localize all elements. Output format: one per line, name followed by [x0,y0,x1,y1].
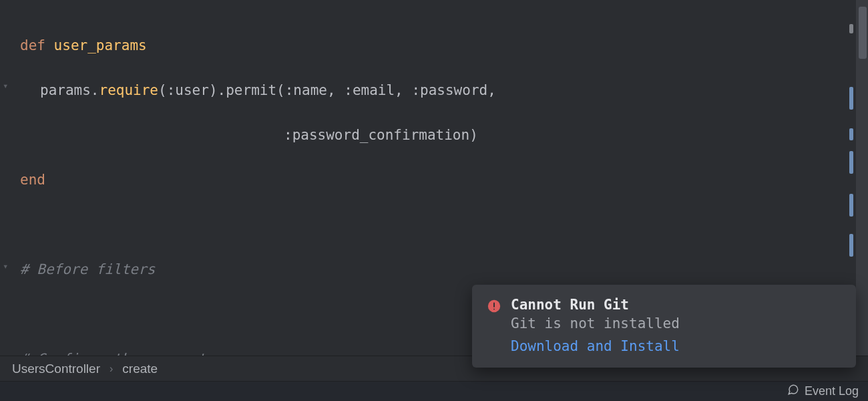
notification-action-link[interactable]: Download and Install [511,338,841,354]
change-marker [849,151,853,174]
ide-window: def user_params params.require(:user).pe… [0,0,868,401]
keyword-end: end [20,172,45,188]
method-name: user_params [54,37,147,53]
event-log-button[interactable]: Event Log [805,384,859,398]
fold-indicator-icon[interactable]: ▾ [3,261,8,271]
speech-bubble-icon [787,384,799,399]
change-marker [849,194,853,217]
notification-message: Git is not installed [511,315,841,331]
breadcrumb-item[interactable]: UsersController [12,362,100,376]
change-marker [849,24,853,33]
change-marker [849,87,853,110]
scrollbar-thumb[interactable] [859,7,867,59]
change-marker [849,234,853,257]
status-bar: Event Log [0,381,868,401]
comment: # Before filters [20,261,155,277]
breadcrumb-item[interactable]: create [122,362,158,376]
svg-rect-2 [493,309,495,310]
notification-title: Cannot Run Git [511,297,841,313]
keyword-def: def [20,37,45,53]
change-marker [849,128,853,140]
error-icon [487,297,501,354]
fold-indicator-icon[interactable]: ▾ [3,80,8,91]
editor-scrollbar[interactable] [856,0,868,356]
svg-rect-1 [493,303,495,307]
chevron-right-icon: › [110,363,113,375]
notification-popup: Cannot Run Git Git is not installed Down… [472,285,856,368]
